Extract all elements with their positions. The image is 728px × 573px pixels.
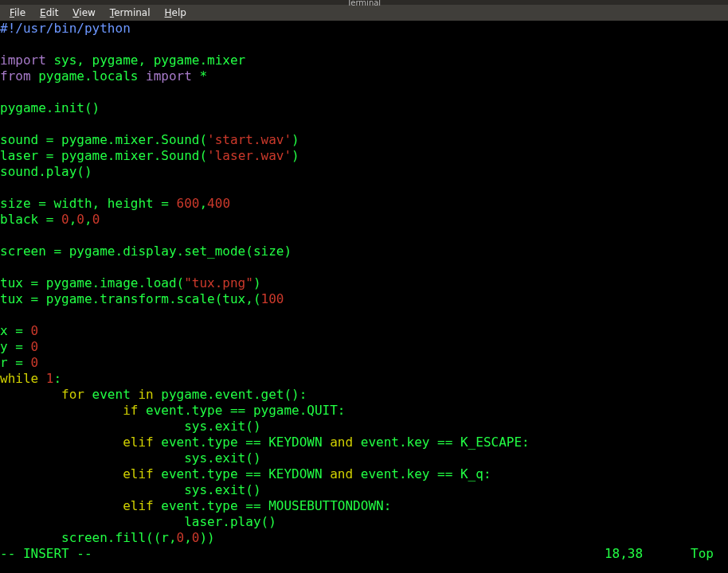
- code-line: elif event.type == KEYDOWN and event.key…: [0, 435, 728, 450]
- code-line: screen = pygame.display.set_mode(size): [0, 244, 728, 259]
- code-line: for event in pygame.event.get():: [0, 387, 728, 403]
- window-title: Terminal: [347, 0, 381, 7]
- code-line: laser = pygame.mixer.Sound('laser.wav'): [0, 148, 728, 164]
- code-line: from pygame.locals import *: [0, 68, 728, 84]
- code-line: [0, 37, 728, 53]
- code-line: sound = pygame.mixer.Sound('start.wav'): [0, 132, 728, 148]
- code-line: size = width, height = 600,400: [0, 196, 728, 212]
- code-line: tux = pygame.image.load("tux.png"): [0, 275, 728, 291]
- code-line: [0, 116, 728, 132]
- code-line: screen.fill((r,0,0)): [0, 530, 728, 546]
- code-line: elif event.type == MOUSEBUTTONDOWN:: [0, 498, 728, 514]
- editor-viewport[interactable]: #!/usr/bin/python import sys, pygame, py…: [0, 21, 728, 573]
- cursor-position: 18,38: [605, 546, 691, 562]
- vim-status-line: -- INSERT --18,38Top: [0, 546, 728, 562]
- code-line: sys.exit(): [0, 419, 728, 435]
- code-line: x = 0: [0, 323, 728, 339]
- code-line: [0, 228, 728, 244]
- code-line: [0, 84, 728, 100]
- code-line: #!/usr/bin/python: [0, 21, 728, 37]
- menu-file[interactable]: File: [3, 6, 32, 20]
- code-line: [0, 307, 728, 323]
- code-line: [0, 259, 728, 275]
- menu-help[interactable]: Help: [159, 6, 193, 20]
- menu-edit[interactable]: Edit: [33, 6, 65, 20]
- menubar: FileEditViewTerminalHelp: [0, 5, 728, 21]
- code-line: y = 0: [0, 339, 728, 355]
- code-line: tux = pygame.transform.scale(tux,(100: [0, 291, 728, 307]
- code-line: if event.type == pygame.QUIT:: [0, 403, 728, 419]
- code-line: [0, 180, 728, 196]
- code-line: elif event.type == KEYDOWN and event.key…: [0, 466, 728, 482]
- vim-mode: -- INSERT --: [0, 546, 92, 562]
- code-line: laser.play(): [0, 514, 728, 530]
- menu-terminal[interactable]: Terminal: [104, 6, 157, 20]
- code-line: import sys, pygame, pygame.mixer: [0, 53, 728, 68]
- code-line: while 1:: [0, 371, 728, 387]
- scroll-indicator: Top: [691, 546, 728, 562]
- menu-view[interactable]: View: [66, 6, 101, 20]
- code-line: black = 0,0,0: [0, 212, 728, 228]
- code-line: pygame.init(): [0, 100, 728, 116]
- code-line: sys.exit(): [0, 450, 728, 466]
- code-line: sys.exit(): [0, 482, 728, 498]
- code-line: r = 0: [0, 355, 728, 371]
- code-line: sound.play(): [0, 164, 728, 180]
